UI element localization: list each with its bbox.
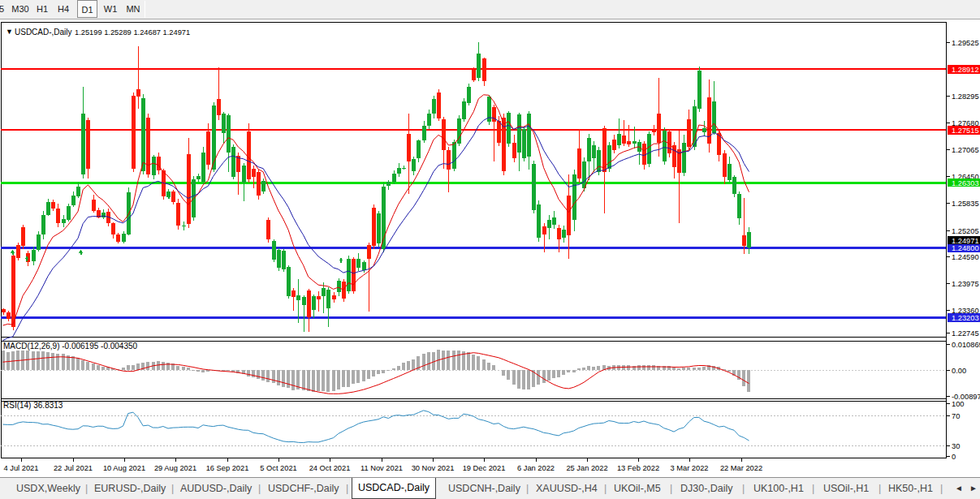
- svg-text:MACD(12,26,9) -0.006195 -0.004: MACD(12,26,9) -0.006195 -0.004350: [3, 342, 138, 351]
- svg-text:1.27515: 1.27515: [952, 127, 979, 135]
- svg-text:70: 70: [952, 412, 960, 420]
- svg-text:3 Mar 2022: 3 Mar 2022: [670, 464, 708, 472]
- svg-text:0.00: 0.00: [952, 367, 966, 375]
- svg-text:13 Feb 2022: 13 Feb 2022: [617, 464, 659, 472]
- svg-text:0.010869: 0.010869: [952, 341, 980, 349]
- svg-text:11 Nov 2021: 11 Nov 2021: [360, 464, 403, 472]
- svg-text:4 Jul 2021: 4 Jul 2021: [4, 464, 39, 472]
- svg-text:1.28295: 1.28295: [952, 92, 979, 101]
- svg-text:30: 30: [952, 442, 960, 450]
- svg-text:1.27065: 1.27065: [952, 146, 979, 154]
- svg-text:1.29525: 1.29525: [952, 39, 979, 47]
- svg-text:30 Nov 2021: 30 Nov 2021: [412, 464, 455, 472]
- svg-text:1.23975: 1.23975: [952, 280, 979, 288]
- svg-text:100: 100: [952, 400, 965, 408]
- svg-text:22 Jul 2021: 22 Jul 2021: [54, 464, 93, 472]
- svg-text:1.25835: 1.25835: [952, 200, 979, 208]
- svg-text:1.24800: 1.24800: [952, 244, 979, 252]
- svg-text:1.28912: 1.28912: [952, 66, 979, 74]
- svg-text:25 Jan 2022: 25 Jan 2022: [566, 464, 607, 472]
- svg-text:6 Jan 2022: 6 Jan 2022: [517, 464, 555, 472]
- svg-text:USDCAD-,Daily: USDCAD-,Daily: [15, 28, 72, 37]
- svg-text:1.24590: 1.24590: [952, 253, 979, 261]
- svg-text:1.22745: 1.22745: [952, 329, 979, 338]
- svg-text:0: 0: [952, 453, 956, 461]
- svg-text:1.25205: 1.25205: [952, 227, 979, 235]
- svg-text:1.26303: 1.26303: [952, 179, 979, 187]
- svg-text:RSI(14) 36.8313: RSI(14) 36.8313: [3, 401, 63, 410]
- svg-text:24 Oct 2021: 24 Oct 2021: [309, 464, 351, 472]
- svg-text:16 Sep 2021: 16 Sep 2021: [206, 464, 249, 472]
- svg-text:22 Mar 2022: 22 Mar 2022: [720, 464, 762, 472]
- svg-text:5 Oct 2021: 5 Oct 2021: [260, 464, 296, 472]
- svg-text:19 Dec 2021: 19 Dec 2021: [463, 464, 506, 472]
- svg-text:1.25199 1.25289 1.24687 1.2497: 1.25199 1.25289 1.24687 1.24971: [75, 28, 190, 37]
- svg-text:10 Aug 2021: 10 Aug 2021: [103, 464, 145, 472]
- svg-text:29 Aug 2021: 29 Aug 2021: [154, 464, 196, 472]
- svg-text:1.23203: 1.23203: [952, 314, 979, 322]
- svg-text:▼: ▼: [6, 28, 13, 36]
